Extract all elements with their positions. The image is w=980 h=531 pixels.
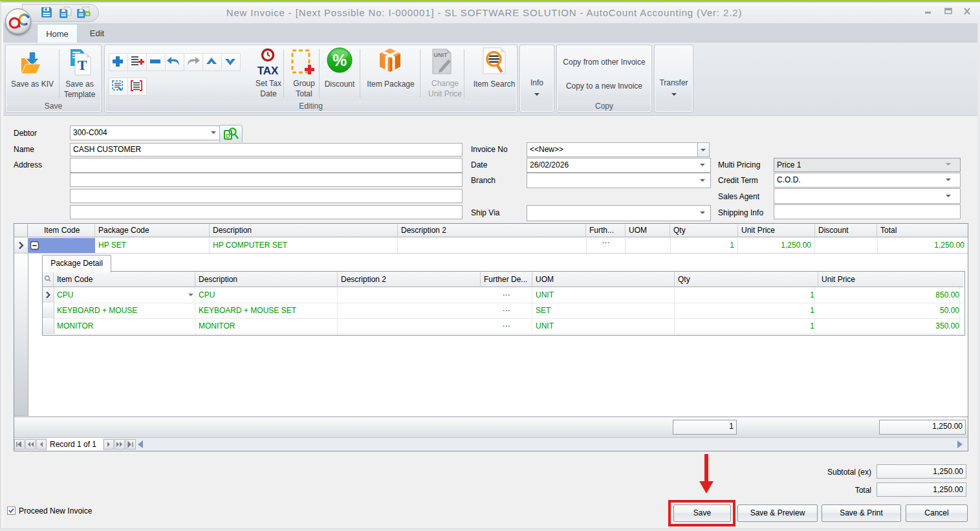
svg-text:%: % <box>332 51 347 69</box>
svg-text:TAX: TAX <box>257 65 279 77</box>
svg-text:T: T <box>78 57 87 73</box>
svg-text:UNIT: UNIT <box>434 52 448 58</box>
